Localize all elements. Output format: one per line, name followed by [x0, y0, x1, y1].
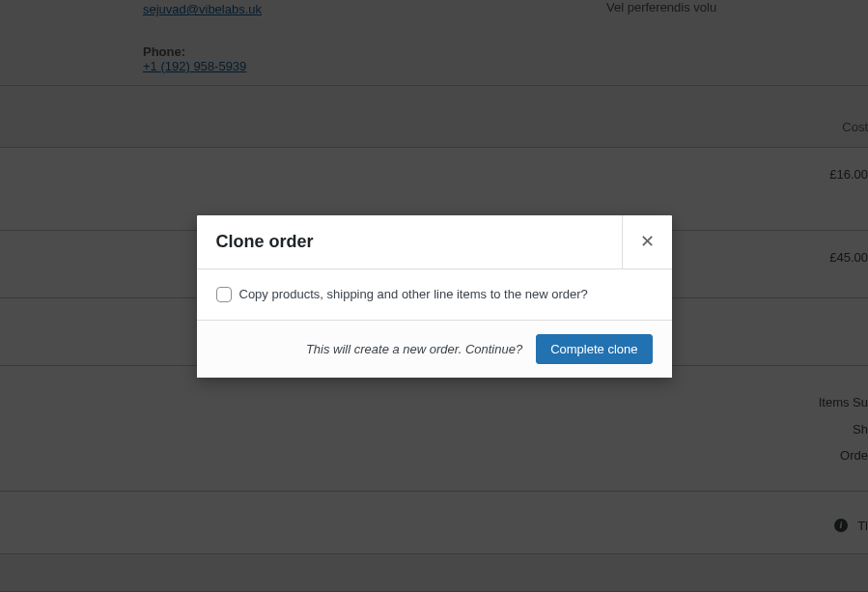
modal-header: Clone order ✕ [197, 215, 672, 269]
modal-overlay[interactable]: Clone order ✕ Copy products, shipping an… [0, 0, 868, 592]
modal-footer: This will create a new order. Continue? … [197, 320, 672, 378]
complete-clone-button[interactable]: Complete clone [536, 334, 652, 364]
modal-close-button[interactable]: ✕ [622, 215, 672, 268]
copy-items-label[interactable]: Copy products, shipping and other line i… [239, 287, 588, 301]
copy-items-checkbox[interactable] [216, 287, 232, 302]
close-icon: ✕ [640, 231, 655, 252]
modal-title: Clone order [197, 215, 622, 268]
modal-body: Copy products, shipping and other line i… [197, 269, 672, 320]
modal-confirm-text: This will create a new order. Continue? [306, 342, 522, 356]
clone-order-modal: Clone order ✕ Copy products, shipping an… [197, 215, 672, 378]
